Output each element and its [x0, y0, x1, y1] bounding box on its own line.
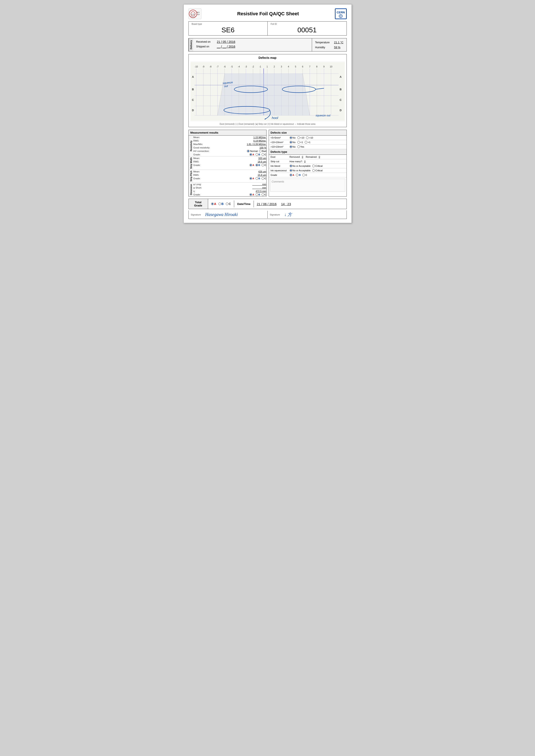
resistivity-grade-b-radio[interactable] [256, 153, 258, 156]
ds-size2-gt1-radio[interactable] [305, 141, 307, 144]
ink-squeeze-critical-label: Critical [315, 169, 323, 172]
resistivity-grade-c-option[interactable]: C [262, 153, 266, 156]
ds-size1-gt10-option[interactable]: >10 [306, 136, 313, 139]
ds-size3-yes-label: Yes [300, 146, 304, 148]
ink-squeeze-critical-radio[interactable] [312, 169, 315, 172]
ds-size2-lt1-radio[interactable] [297, 141, 300, 144]
sw-grade-c-radio[interactable] [262, 164, 264, 166]
ink-squeeze-acceptable-option[interactable]: No or Acceptable [290, 169, 311, 172]
ds-size3-no-radio[interactable] [290, 146, 292, 148]
defects-grade-c-option[interactable]: C [302, 174, 307, 176]
resistivity-label: Resistivity [189, 136, 193, 156]
dim-grade-b-option[interactable]: B [256, 193, 260, 196]
defects-grade-b-option[interactable]: B [296, 174, 300, 176]
resistivity-good-label: Good resistivity: [193, 146, 213, 149]
sw-grade-a-label: A [253, 164, 254, 166]
sw-grade-a-radio[interactable] [249, 164, 252, 166]
sp-grade-b-option[interactable]: B [256, 177, 260, 180]
ds-size2-gt1-option[interactable]: >1 [305, 141, 311, 144]
sp-grade-a-radio[interactable] [249, 177, 252, 180]
hv-bad-label: Bad [262, 150, 266, 152]
defects-right-column: Defects size <5×5mm² No <10 [269, 130, 347, 197]
ds-size3-options: No Yes [290, 146, 304, 148]
total-grade-b-option[interactable]: B [218, 202, 224, 205]
resistivity-grade-a-radio[interactable] [249, 153, 252, 156]
dim-grade-c-option[interactable]: C [262, 193, 266, 196]
resistivity-grade-a-option[interactable]: A [249, 153, 254, 156]
sp-grade-b-radio[interactable] [256, 177, 258, 180]
defects-grade-a-option[interactable]: A [290, 174, 294, 176]
defects-grade-b-radio[interactable] [296, 174, 298, 176]
ds-size1-no-option[interactable]: No [290, 136, 296, 139]
foil-id-label: Foil ID [270, 23, 344, 25]
ds-size3-no-option[interactable]: No [290, 146, 296, 148]
svg-text:CERN: CERN [336, 11, 345, 14]
ink-bleed-acceptable-radio[interactable] [290, 165, 292, 167]
svg-text:8: 8 [316, 65, 318, 68]
dust-row: Dust Removed: 0 Remained: 0 [269, 155, 347, 159]
resistivity-grade-b-label: B [259, 153, 260, 156]
sw-grade-c-option[interactable]: C [262, 164, 266, 166]
ds-size3-yes-option[interactable]: Yes [297, 146, 304, 148]
board-type-cell: Board type SE6 [189, 21, 268, 35]
ink-squeeze-acceptable-radio[interactable] [290, 169, 292, 172]
ds-size3-yes-radio[interactable] [297, 146, 300, 148]
hv-normal-radio[interactable] [247, 150, 249, 152]
total-grade-a-radio[interactable] [211, 202, 214, 205]
svg-text:1: 1 [267, 65, 268, 68]
header: KOBE UNIVERSITY Science 東京 大学 Resistive … [188, 9, 347, 19]
defects-map-section: Defects map -10 -9 -8 -7 -6 -5 -4 -3 -2 … [188, 54, 347, 127]
hv-normal-option[interactable]: Normal [247, 150, 258, 152]
dim-grade-a-option[interactable]: A [249, 193, 254, 196]
hv-bad-radio[interactable] [259, 150, 262, 152]
sp-grade-c-option[interactable]: C [262, 177, 266, 180]
dimension-fields: φ Long: _______ mm φ Short: _______ mm η… [193, 182, 266, 196]
strip-width-block: Strip Width Mean: 320 um RMS: 18.6 um Gr… [189, 156, 266, 170]
total-grade-b-radio[interactable] [218, 202, 221, 205]
ink-bleed-critical-radio[interactable] [312, 165, 315, 167]
sp-grade-a-option[interactable]: A [249, 177, 254, 180]
dimension-block: Dimension φ Long: _______ mm φ Short: __… [189, 182, 266, 196]
total-grade-a-option[interactable]: A [211, 202, 216, 205]
total-grade-c-option[interactable]: C [226, 202, 231, 205]
sw-grade-a-option[interactable]: A [249, 164, 254, 166]
resistivity-grade-b-option[interactable]: B [256, 153, 260, 156]
total-grade-row: TotalGrade A B C Date/Time 21 / 06 / 201… [188, 199, 347, 209]
ds-size1-no-radio[interactable] [290, 136, 292, 139]
ink-squeeze-critical-option[interactable]: Critical [312, 169, 323, 172]
dust-remained-label: Remained: [306, 156, 317, 158]
page: KOBE UNIVERSITY Science 東京 大学 Resistive … [183, 4, 352, 223]
strip-cut-how-label: How many?: [290, 160, 303, 163]
defects-legend: Dust (removed): [○] Dust (remained): [●]… [190, 123, 345, 125]
dim-grade-c-radio[interactable] [262, 193, 264, 196]
sw-grade-b-radio[interactable] [256, 164, 258, 166]
dim-phishort-row: φ Short: _______ mm [193, 186, 266, 189]
ink-squeeze-label: Ink squeezeout [270, 169, 288, 172]
ink-bleed-acceptable-option[interactable]: No or Acceptable [290, 165, 311, 167]
ds-size2-no-option[interactable]: No [290, 141, 296, 144]
sp-grade-c-radio[interactable] [262, 177, 264, 180]
ds-size1-lt10-option[interactable]: <10 [297, 136, 304, 139]
hv-bad-option[interactable]: Bad [259, 150, 266, 152]
defects-grade-a-radio[interactable] [290, 174, 292, 176]
sw-grade-b-option[interactable]: B [256, 164, 260, 166]
humidity-row: Humidity 59 % [315, 46, 344, 49]
resistivity-rms-value: 0.19 MΩ/sq. [253, 139, 266, 142]
sp-rms-row: RMS: 15.8 um [193, 173, 266, 177]
total-grade-c-radio[interactable] [226, 202, 228, 205]
ds-size2-no-radio[interactable] [290, 141, 292, 144]
dust-remained: Remained: 0 [306, 156, 321, 158]
dim-grade-a-radio[interactable] [249, 193, 252, 196]
ds-size1-gt10-radio[interactable] [306, 136, 309, 139]
svg-text:B: B [192, 88, 194, 91]
resistivity-grade-c-radio[interactable] [262, 153, 264, 156]
ds-size1-lt10-radio[interactable] [297, 136, 300, 139]
dim-grade-b-label: B [259, 193, 260, 196]
defects-grade-c-radio[interactable] [302, 174, 305, 176]
dim-grade-b-radio[interactable] [256, 193, 258, 196]
ds-size2-lt1-option[interactable]: <1 [297, 141, 303, 144]
svg-text:-2: -2 [252, 65, 254, 68]
board-type-value: SE6 [192, 26, 265, 34]
svg-text:6: 6 [302, 65, 303, 68]
ink-bleed-critical-option[interactable]: Critical [312, 165, 323, 167]
